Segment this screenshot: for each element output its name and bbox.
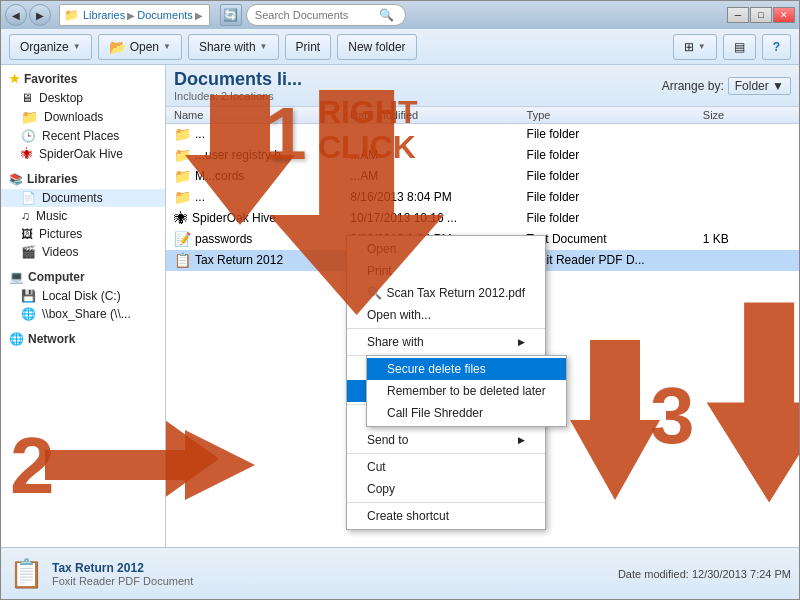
share-button[interactable]: Share with ▼	[188, 34, 279, 60]
search-box[interactable]: 🔍	[246, 4, 406, 26]
organize-dropdown-arrow: ▼	[73, 42, 81, 51]
new-folder-label: New folder	[348, 40, 405, 54]
sidebar-network-header[interactable]: 🌐 Network	[1, 329, 165, 349]
menu-item-open[interactable]: Open	[347, 238, 545, 260]
col-header-size[interactable]: Size	[703, 109, 791, 121]
file-name: ...user registry b...	[195, 148, 291, 162]
search-input[interactable]	[255, 9, 375, 21]
sidebar-item-box-share[interactable]: 🌐 \\box_Share (\\...	[1, 305, 165, 323]
submenu-item-call-shredder[interactable]: Call File Shredder	[367, 402, 566, 424]
sidebar-item-pictures[interactable]: 🖼 Pictures	[1, 225, 165, 243]
status-bar: 📋 Tax Return 2012 Foxit Reader PDF Docum…	[1, 547, 799, 599]
minimize-button[interactable]: ─	[727, 7, 749, 23]
menu-item-open-with[interactable]: Open with...	[347, 304, 545, 326]
sidebar-item-local-disk[interactable]: 💾 Local Disk (C:)	[1, 287, 165, 305]
open-button[interactable]: 📂 Open ▼	[98, 34, 182, 60]
menu-item-share-with[interactable]: Share with	[347, 331, 545, 353]
table-row[interactable]: 🕷 SpiderOak Hive 10/17/2013 10:16 ... Fi…	[166, 208, 799, 229]
remember-label: Remember to be deleted later	[387, 384, 546, 398]
sidebar-item-downloads[interactable]: 📁 Downloads	[1, 107, 165, 127]
refresh-button[interactable]: 🔄	[220, 4, 242, 26]
spideroak-icon: 🕷	[21, 147, 33, 161]
sidebar-videos-label: Videos	[42, 245, 78, 259]
libraries-icon: 📚	[9, 173, 23, 186]
address-crumb-libraries[interactable]: Libraries	[83, 9, 125, 21]
print-button[interactable]: Print	[285, 34, 332, 60]
table-row[interactable]: 📁 M...cords ...AM File folder	[166, 166, 799, 187]
arrange-folder-button[interactable]: Folder ▼	[728, 77, 791, 95]
new-folder-button[interactable]: New folder	[337, 34, 416, 60]
organize-label: Organize	[20, 40, 69, 54]
file-folder-icon: 📁	[174, 189, 191, 205]
help-button[interactable]: ?	[762, 34, 791, 60]
file-type: Foxit Reader PDF D...	[527, 253, 703, 267]
sidebar-favorites-header[interactable]: ★ Favorites	[1, 69, 165, 89]
submenu-item-secure-delete[interactable]: Secure delete files	[367, 358, 566, 380]
sidebar-music-label: Music	[36, 209, 67, 223]
forward-button[interactable]: ▶	[29, 4, 51, 26]
menu-sep-1	[347, 328, 545, 329]
sidebar-boxshare-label: \\box_Share (\\...	[42, 307, 131, 321]
sidebar-pictures-label: Pictures	[39, 227, 82, 241]
organize-button[interactable]: Organize ▼	[9, 34, 92, 60]
col-header-type[interactable]: Type	[527, 109, 703, 121]
arrange-by: Arrange by: Folder ▼	[662, 77, 791, 95]
menu-item-print[interactable]: Print	[347, 260, 545, 282]
menu-item-create-shortcut[interactable]: Create shortcut	[347, 505, 545, 527]
nav-buttons: ◀ ▶	[5, 4, 51, 26]
documents-icon: 📄	[21, 191, 36, 205]
sidebar-item-spideroak[interactable]: 🕷 SpiderOak Hive	[1, 145, 165, 163]
maximize-button[interactable]: □	[750, 7, 772, 23]
menu-item-copy[interactable]: Copy	[347, 478, 545, 500]
menu-openwith-label: Open with...	[367, 308, 431, 322]
main-area: ★ Favorites 🖥 Desktop 📁 Downloads 🕒 Rece…	[1, 65, 799, 547]
menu-item-cut[interactable]: Cut	[347, 456, 545, 478]
sidebar-computer-label: Computer	[28, 270, 85, 284]
col-header-name[interactable]: Name	[174, 109, 350, 121]
close-button[interactable]: ✕	[773, 7, 795, 23]
file-date: ...AM	[350, 148, 526, 162]
spideroak-file-icon: 🕷	[174, 210, 188, 226]
col-header-date[interactable]: Date modified	[350, 109, 526, 121]
sidebar-computer-header[interactable]: 💻 Computer	[1, 267, 165, 287]
submenu-item-remember[interactable]: Remember to be deleted later	[367, 380, 566, 402]
sidebar-item-videos[interactable]: 🎬 Videos	[1, 243, 165, 261]
menu-print-label: Print	[367, 264, 392, 278]
open-dropdown-arrow: ▼	[163, 42, 171, 51]
sidebar-libraries-section: 📚 Libraries 📄 Documents ♫ Music 🖼 Pictur…	[1, 169, 165, 261]
status-dates: Date modified: 12/30/2013 7:24 PM	[618, 568, 791, 580]
menu-item-scan[interactable]: 🔍 Scan Tax Return 2012.pdf	[347, 282, 545, 304]
location-count: Includes: 2 locations	[174, 90, 302, 102]
file-folder-icon: 📁	[174, 126, 191, 142]
back-button[interactable]: ◀	[5, 4, 27, 26]
arrange-by-label: Arrange by:	[662, 79, 724, 93]
menu-item-send-to[interactable]: Send to	[347, 429, 545, 451]
address-crumb-documents[interactable]: Documents	[137, 9, 193, 21]
sidebar-item-documents[interactable]: 📄 Documents	[1, 189, 165, 207]
sidebar-item-recent-places[interactable]: 🕒 Recent Places	[1, 127, 165, 145]
file-list-header: Name Date modified Type Size	[166, 107, 799, 124]
search-icon: 🔍	[379, 8, 394, 22]
table-row[interactable]: 📁 ... 8/16/2013 8:04 PM File folder	[166, 187, 799, 208]
sidebar-downloads-label: Downloads	[44, 110, 103, 124]
sidebar-item-music[interactable]: ♫ Music	[1, 207, 165, 225]
title-bar: ◀ ▶ 📁 Libraries ▶ Documents ▶ 🔄 🔍 ─ □ ✕	[1, 1, 799, 29]
details-button[interactable]: ▤	[723, 34, 756, 60]
view-button[interactable]: ⊞ ▼	[673, 34, 717, 60]
folder-icon: 📁	[64, 8, 79, 22]
table-row[interactable]: 📁 ... File folder	[166, 124, 799, 145]
file-name: SpiderOak Hive	[192, 211, 276, 225]
sidebar-libraries-header[interactable]: 📚 Libraries	[1, 169, 165, 189]
file-date: 10/17/2013 10:16 ...	[350, 211, 526, 225]
file-name: ...	[195, 190, 205, 204]
file-name: passwords	[195, 232, 252, 246]
details-icon: ▤	[734, 40, 745, 54]
status-filetype: Foxit Reader PDF Document	[52, 575, 193, 587]
file-name: M...cords	[195, 169, 244, 183]
menu-create-shortcut-label: Create shortcut	[367, 509, 449, 523]
table-row[interactable]: 📁 ...user registry b... ...AM File folde…	[166, 145, 799, 166]
secure-delete-label: Secure delete files	[387, 362, 486, 376]
sidebar-computer-section: 💻 Computer 💾 Local Disk (C:) 🌐 \\box_Sha…	[1, 267, 165, 323]
address-bar[interactable]: 📁 Libraries ▶ Documents ▶	[59, 4, 210, 26]
sidebar-item-desktop[interactable]: 🖥 Desktop	[1, 89, 165, 107]
